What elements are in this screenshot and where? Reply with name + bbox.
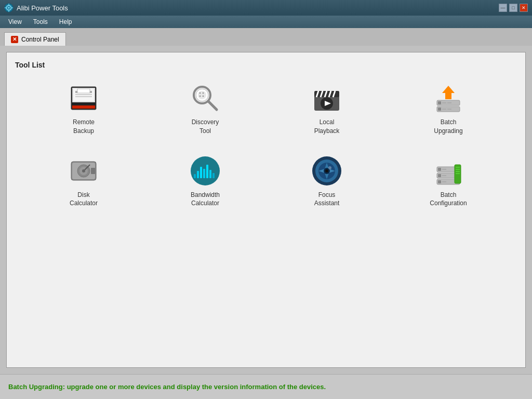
tool-label-remote-backup: Remote Backup	[73, 118, 95, 136]
svg-rect-74	[456, 171, 460, 172]
maximize-button[interactable]: □	[509, 4, 517, 12]
svg-point-60	[325, 169, 328, 172]
svg-rect-64	[442, 169, 446, 170]
svg-rect-73	[456, 169, 460, 170]
svg-rect-37	[438, 108, 441, 111]
tool-label-batch-upgrading: Batch Upgrading	[434, 118, 462, 136]
app-icon	[4, 3, 14, 12]
tab-label: Control Panel	[21, 36, 59, 43]
menu-bar: View Tools Help	[0, 16, 532, 28]
tool-remote-backup[interactable]: Remote Backup	[25, 77, 142, 140]
svg-rect-12	[75, 96, 92, 97]
svg-rect-38	[442, 109, 446, 110]
svg-point-20	[203, 92, 204, 94]
svg-rect-14	[77, 89, 90, 93]
svg-point-21	[200, 96, 201, 97]
tool-bandwidth-calculator[interactable]: Bandwidth Calculator	[147, 150, 263, 212]
tool-list-panel: Tool List	[6, 52, 526, 368]
svg-rect-75	[456, 173, 460, 174]
svg-rect-70	[442, 181, 446, 182]
menu-help[interactable]: Help	[54, 17, 77, 26]
svg-rect-47	[91, 168, 95, 174]
svg-rect-53	[206, 165, 208, 178]
svg-point-2	[8, 7, 10, 9]
batch-configuration-icon	[432, 154, 465, 188]
focus-assistant-icon	[310, 154, 343, 188]
svg-rect-66	[438, 174, 441, 177]
svg-rect-55	[212, 173, 215, 178]
tool-label-discovery-tool: Discovery Tool	[192, 118, 219, 136]
tool-batch-configuration[interactable]: Batch Configuration	[390, 150, 507, 212]
svg-point-17	[198, 91, 206, 99]
tool-label-batch-configuration: Batch Configuration	[430, 191, 467, 208]
svg-rect-72	[456, 167, 460, 168]
tool-local-playback[interactable]: Local Playback	[269, 77, 385, 140]
svg-rect-49	[194, 174, 196, 178]
discovery-tool-icon	[189, 82, 222, 115]
menu-view[interactable]: View	[3, 17, 27, 26]
main-area: Tool List	[0, 46, 532, 374]
close-button[interactable]: ✕	[520, 4, 528, 12]
svg-point-19	[200, 92, 201, 94]
tool-discovery-tool[interactable]: Discovery Tool	[147, 77, 263, 140]
svg-rect-51	[200, 167, 202, 178]
tool-focus-assistant[interactable]: Focus Assistant	[269, 150, 385, 212]
disk-calculator-icon	[67, 154, 100, 188]
tool-label-disk-calculator: Disk Calculator	[70, 191, 98, 208]
title-bar: Alibi Power Tools — □ ✕	[0, 0, 532, 16]
svg-point-22	[203, 96, 204, 97]
svg-rect-35	[447, 102, 451, 103]
tool-disk-calculator[interactable]: Disk Calculator	[25, 150, 142, 212]
svg-rect-39	[447, 109, 451, 110]
bandwidth-calculator-icon	[189, 154, 222, 188]
svg-line-18	[208, 101, 217, 110]
svg-point-61	[328, 166, 331, 169]
tool-label-focus-assistant: Focus Assistant	[314, 191, 340, 208]
status-text: Batch Upgrading: upgrade one or more dev…	[8, 383, 326, 391]
window-controls: — □ ✕	[499, 4, 528, 12]
batch-upgrading-icon	[432, 82, 465, 115]
svg-rect-54	[209, 170, 211, 178]
tab-control-panel[interactable]: ✕ Control Panel	[4, 32, 66, 46]
remote-backup-icon	[67, 82, 100, 115]
svg-rect-11	[75, 94, 92, 95]
svg-rect-63	[438, 168, 441, 171]
tool-batch-upgrading[interactable]: Batch Upgrading	[390, 77, 507, 140]
svg-rect-50	[197, 171, 199, 178]
tool-list-title: Tool List	[15, 61, 517, 69]
tool-grid: Remote Backup	[15, 77, 517, 212]
svg-marker-40	[442, 86, 455, 99]
svg-rect-13	[72, 105, 95, 109]
tool-label-local-playback: Local Playback	[314, 118, 340, 136]
tab-close-button[interactable]: ✕	[11, 36, 18, 43]
app-title: Alibi Power Tools	[17, 4, 68, 12]
title-bar-left: Alibi Power Tools	[4, 3, 68, 12]
menu-tools[interactable]: Tools	[28, 17, 53, 26]
tool-label-bandwidth-calculator: Bandwidth Calculator	[191, 191, 220, 208]
svg-rect-67	[442, 175, 446, 176]
minimize-button[interactable]: —	[499, 4, 507, 12]
status-bar: Batch Upgrading: upgrade one or more dev…	[0, 374, 532, 399]
local-playback-icon	[310, 82, 343, 115]
svg-rect-69	[438, 180, 441, 183]
tab-bar: ✕ Control Panel	[0, 28, 532, 46]
svg-rect-34	[442, 102, 446, 103]
svg-rect-33	[438, 101, 441, 104]
svg-rect-52	[203, 169, 205, 178]
